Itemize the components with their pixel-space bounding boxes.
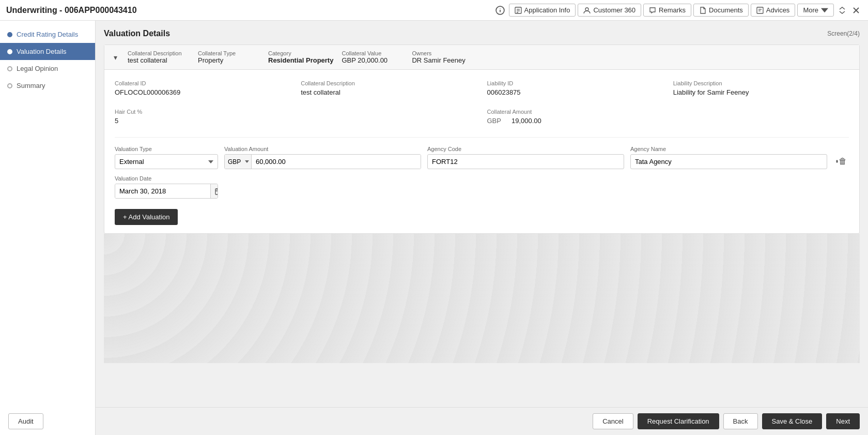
cancel-button[interactable]: Cancel [593,413,633,429]
sidebar-item-summary[interactable]: Summary [0,77,95,94]
svg-point-7 [585,8,588,11]
sidebar-item-valuation-details[interactable]: Valuation Details [0,43,95,60]
request-clarification-button[interactable]: Request Clarification [638,413,719,429]
calendar-icon [215,188,218,195]
application-info-button[interactable]: Application Info [509,4,576,17]
valuation-type-label: Valuation Type [115,146,218,152]
header-buttons: Application Info Customer 360 Remarks Do… [493,4,862,17]
back-button[interactable]: Back [723,413,758,429]
add-valuation-button[interactable]: + Add Valuation [115,209,178,225]
valuation-amount-label: Valuation Amount [224,146,421,152]
liability-desc-value: Liability for Samir Feeney [673,88,849,96]
collateral-type-group: Collateral Type Property [198,50,260,64]
liability-id-value: 006023875 [487,88,663,96]
collateral-description-col-value: test collateral [128,56,190,64]
collateral-desc-item: Collateral Description test collateral [301,78,476,98]
summary-label: Summary [17,82,45,89]
agency-name-input[interactable] [630,154,827,169]
app-title: Underwriting - 006APP000043410 [6,6,137,15]
collateral-amount-item: Collateral Amount GBP 19,000.00 [487,107,849,127]
audit-button[interactable]: Audit [8,413,43,429]
application-info-label: Application Info [524,6,570,14]
valuation-amount-input[interactable] [252,155,421,169]
advices-button[interactable]: Advices [751,4,796,17]
save-close-button[interactable]: Save & Close [762,413,823,429]
collateral-type-col-value: Property [198,56,260,64]
legal-label: Legal Opinion [17,65,58,72]
category-col-value: Residential Property [268,56,333,64]
customer-360-label: Customer 360 [593,6,636,14]
page-content: Valuation Details Screen(2/4) ▾ Collater… [96,21,868,407]
liability-id-item: Liability ID 006023875 [487,78,663,98]
agency-code-input[interactable] [427,154,624,169]
category-col-label: Category [268,50,333,56]
valuation-form-row: Valuation Type External Internal Desktop… [115,146,849,169]
collateral-value-col-label: Collateral Value [342,50,404,56]
collateral-body: Collateral ID OFLOCOL000006369 Collatera… [104,70,859,233]
next-button[interactable]: Next [826,413,860,429]
collateral-amount-value: 19,000.00 [512,117,541,125]
owners-col-label: Owners [412,50,474,56]
svg-rect-8 [757,7,763,13]
credit-rating-label: Credit Rating Details [17,31,78,38]
collateral-desc-label: Collateral Description [301,80,476,86]
agency-name-group: Agency Name [630,146,827,169]
page-title: Valuation Details [104,29,170,38]
liability-id-label: Liability ID [487,80,663,86]
haircut-label: Hair Cut % [115,109,477,115]
valuation-amount-group: Valuation Amount GBP USD EUR [224,146,421,169]
content-area: Valuation Details Screen(2/4) ▾ Collater… [96,21,868,435]
haircut-item: Hair Cut % 5 [115,107,477,127]
valuation-type-select[interactable]: External Internal Desktop [115,154,218,169]
collateral-desc-value: test collateral [301,88,476,96]
collateral-value-group: Collateral Value GBP 20,000.00 [342,50,404,64]
collateral-haircut-grid: Hair Cut % 5 Collateral Amount GBP 19,00… [115,107,849,127]
valuation-date-input[interactable] [115,184,210,198]
audit-area: Audit [0,407,52,435]
sidebar: Credit Rating Details Valuation Details … [0,21,96,435]
collateral-header: ▾ Collateral Description test collateral… [104,45,859,70]
remarks-label: Remarks [659,6,686,14]
info-icon-button[interactable] [493,4,507,17]
agency-code-label: Agency Code [427,146,624,152]
remarks-button[interactable]: Remarks [643,4,691,17]
top-header: Underwriting - 006APP000043410 Applicati… [0,0,868,21]
collateral-type-col-label: Collateral Type [198,50,260,56]
background-pattern [104,234,860,363]
valuation-amount-input-group: GBP USD EUR [224,154,421,169]
collapse-button[interactable]: ▾ [112,53,119,62]
collateral-card: ▾ Collateral Description test collateral… [104,44,860,234]
sidebar-item-credit-rating-details[interactable]: Credit Rating Details [0,26,95,43]
collateral-value-col-value: GBP 20,000.00 [342,56,404,64]
summary-dot [7,83,12,88]
main-layout: Credit Rating Details Valuation Details … [0,21,868,435]
bottom-footer: Cancel Request Clarification Back Save &… [96,407,868,435]
liability-desc-item: Liability Description Liability for Sami… [673,78,849,98]
delete-valuation-button[interactable]: 🗑 [833,155,849,168]
valuation-date-input-group [115,184,218,199]
collateral-amount-label: Collateral Amount [487,109,849,115]
advices-label: Advices [766,6,790,14]
haircut-value: 5 [115,117,477,125]
sidebar-item-legal-opinion[interactable]: Legal Opinion [0,60,95,77]
add-valuation-label: + Add Valuation [123,213,169,221]
collateral-amount-currency: GBP [487,117,501,125]
valuation-amount-currency-select[interactable]: GBP USD EUR [225,155,252,169]
collateral-id-value: OFLOCOL000006369 [115,88,290,96]
collateral-id-item: Collateral ID OFLOCOL000006369 [115,78,290,98]
customer-360-button[interactable]: Customer 360 [578,4,641,17]
agency-code-group: Agency Code [427,146,624,169]
documents-button[interactable]: Documents [693,4,749,17]
svg-point-2 [500,8,500,8]
screen-info: Screen(2/4) [827,30,860,37]
collateral-description-col-label: Collateral Description [128,50,190,56]
valuation-date-group: Valuation Date [115,175,218,199]
close-icon-button[interactable] [850,5,862,16]
expand-icon-button[interactable] [836,4,848,17]
valuation-dot [7,49,12,54]
calendar-icon-button[interactable] [210,184,218,198]
collateral-id-label: Collateral ID [115,80,290,86]
owners-group: Owners DR Samir Feeney [412,50,474,64]
more-button[interactable]: More [797,4,834,17]
valuation-date-label: Valuation Date [115,175,218,182]
